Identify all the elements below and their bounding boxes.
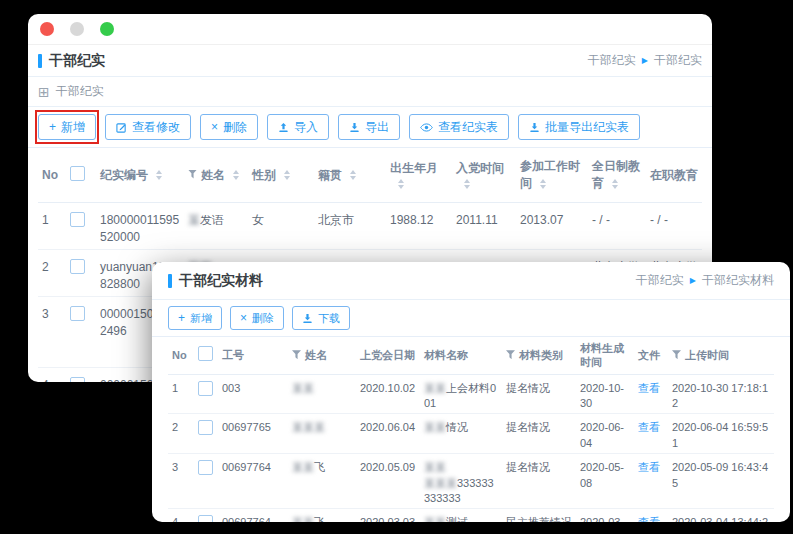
filter-icon[interactable] [292,350,301,359]
file-cell: 查看 [634,454,668,509]
materials-table-wrap: No工号姓名上党会日期材料名称材料类别材料生成时间文件上传时间1003某某202… [152,337,790,522]
material-category-cell: 提名情况 [502,374,576,414]
sort-icon[interactable] [612,179,618,189]
view-file-link[interactable]: 查看 [638,516,660,522]
button-label: 导出 [365,119,389,136]
下载-button[interactable]: 下载 [292,306,350,330]
checkbox-cell [194,374,218,414]
button-label: 批量导出纪实表 [545,119,629,136]
eye-icon [420,123,433,132]
view-file-link[interactable]: 查看 [638,382,660,394]
sort-icon[interactable] [284,170,290,180]
select-all-checkbox[interactable] [70,166,85,181]
批量导出纪实表-button[interactable]: 批量导出纪实表 [518,114,640,140]
text: 飞 [314,461,325,473]
close-icon: × [211,121,218,133]
button-label: 查看修改 [132,119,180,136]
column-header-籍贯[interactable]: 籍贯 [314,148,386,203]
查看纪实表-button[interactable]: 查看纪实表 [409,114,509,140]
breadcrumb-item[interactable]: 干部纪实 [654,52,702,69]
column-label: 纪实编号 [100,168,148,182]
row-checkbox[interactable] [70,306,85,321]
导出-button[interactable]: 导出 [338,114,400,140]
row-checkbox[interactable] [198,420,213,435]
checkbox-cell [66,249,96,296]
column-header-姓名[interactable]: 姓名 [184,148,248,203]
select-all-checkbox[interactable] [198,346,213,361]
row-number: 1 [38,203,66,250]
filter-icon[interactable] [506,350,515,359]
material-name-line: 某某上会材料001 [424,381,498,412]
employee-id-cell: 00697765 [218,414,288,454]
row-checkbox[interactable] [198,460,213,475]
row-checkbox[interactable] [70,212,85,227]
column-header-出生年月[interactable]: 出生年月 [386,148,452,203]
page-header: 干部纪实材料 干部纪实▶干部纪实材料 [152,262,790,300]
sort-icon[interactable] [464,179,470,189]
section-label: 干部纪实 [56,83,104,100]
employee-id-cell: 003 [218,374,288,414]
materials-table: No工号姓名上党会日期材料名称材料类别材料生成时间文件上传时间1003某某202… [168,337,774,522]
column-header-checkbox[interactable] [194,337,218,374]
column-header-上党会日期: 上党会日期 [356,337,420,374]
material-category-cell: 提名情况 [502,414,576,454]
material-name-cell: 某某上会材料001 [420,374,502,414]
view-file-link[interactable]: 查看 [638,461,660,473]
column-header-入党时间[interactable]: 入党时间 [452,148,516,203]
breadcrumb-item[interactable]: 干部纪实 [588,52,636,69]
sort-icon[interactable] [156,170,162,180]
sort-icon[interactable] [398,179,404,189]
导入-button[interactable]: 导入 [267,114,329,140]
sort-icon[interactable] [540,179,546,189]
breadcrumb-item[interactable]: 干部纪实 [636,272,684,289]
record-id-cell: 180000011595520000 [96,203,184,250]
window-maximize-button[interactable] [100,22,114,36]
row-checkbox[interactable] [198,381,213,396]
column-label: 籍贯 [318,168,342,182]
window-minimize-button[interactable] [70,22,84,36]
column-header-checkbox[interactable] [66,148,96,203]
新增-button[interactable]: +新增 [168,306,222,330]
material-category-cell: 提名情况 [502,454,576,509]
material-name-cell: 某某测试 [420,509,502,522]
row-checkbox[interactable] [70,259,85,274]
name-cell: 某某飞 [288,509,356,522]
column-header-No: No [168,337,194,374]
column-header-参加工作时间[interactable]: 参加工作时间 [516,148,588,203]
row-number: 4 [38,367,66,382]
redacted-text: 某某 [424,382,446,394]
material-name-cell: 某某某某某333333333333 [420,454,502,509]
column-label: 参加工作时间 [520,159,580,190]
material-name-line: 某某某333333333333 [424,476,498,507]
generated-date-cell: 2020-03-04 [576,509,634,522]
column-header-全日制教育[interactable]: 全日制教育 [588,148,646,203]
meeting-date-cell: 2020.03.03 [356,509,420,522]
row-checkbox[interactable] [70,377,85,382]
filter-icon[interactable] [188,170,197,179]
column-label: 上党会日期 [360,349,415,361]
column-header-纪实编号[interactable]: 纪实编号 [96,148,184,203]
filter-icon[interactable] [672,350,681,359]
sort-icon[interactable] [350,170,356,180]
file-cell: 查看 [634,414,668,454]
table-row: 400697764某某飞2020.03.03某某测试民主推荐情况2020-03-… [168,509,774,522]
work-start-date-cell: 2013.07 [516,203,588,250]
employee-id-cell: 00697764 [218,454,288,509]
birth-date-cell: 1988.12 [386,203,452,250]
upload-time-cell: 2020-06-04 16:59:51 [668,414,774,454]
sort-icon[interactable] [233,170,239,180]
删除-button[interactable]: ×删除 [230,306,284,330]
breadcrumb-item[interactable]: 干部纪实材料 [702,272,774,289]
window-close-button[interactable] [40,22,54,36]
title-accent-bar [38,54,42,68]
download-icon [529,122,540,133]
file-cell: 查看 [634,509,668,522]
新增-button[interactable]: +新增 [38,114,96,140]
view-file-link[interactable]: 查看 [638,421,660,433]
删除-button[interactable]: ×删除 [200,114,258,140]
row-checkbox[interactable] [198,515,213,522]
查看修改-button[interactable]: 查看修改 [105,114,191,140]
column-header-性别[interactable]: 性别 [248,148,314,203]
upload-time-cell: 2020-10-30 17:18:12 [668,374,774,414]
text: 飞 [314,516,325,522]
